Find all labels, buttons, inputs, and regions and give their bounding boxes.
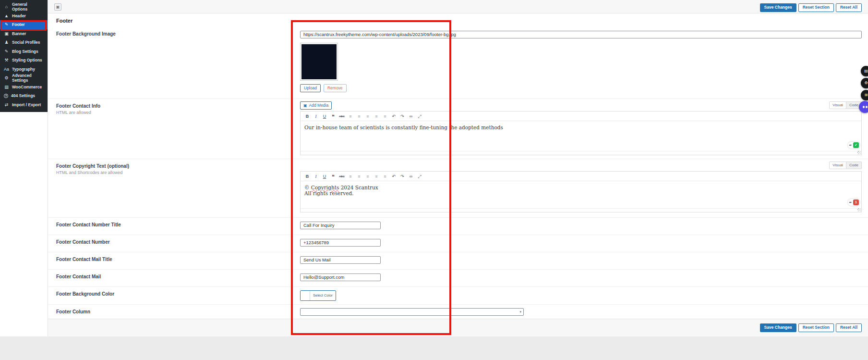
link-icon[interactable]: ∞ <box>407 112 415 121</box>
numbered-list-icon[interactable]: ≡ <box>355 112 363 121</box>
row-footer-copyright-text: Footer Copyright Text (optional) HTML an… <box>48 159 868 218</box>
background-image-preview <box>300 43 338 81</box>
add-media-label: Add Media <box>309 103 329 108</box>
add-media-button[interactable]: ▣ Add Media <box>300 101 332 110</box>
sidebar-item-advanced-settings[interactable]: ⚙ Advanced Settings <box>0 74 48 83</box>
floating-widget-document[interactable]: ▤ <box>861 66 868 76</box>
reset-section-button[interactable]: Reset Section <box>798 3 834 12</box>
underline-icon[interactable]: U <box>321 172 328 181</box>
footer-column-select[interactable]: ▾ <box>300 308 524 316</box>
undo-icon[interactable]: ↶ <box>390 112 398 121</box>
link-icon[interactable]: ∞ <box>407 172 415 181</box>
redo-icon[interactable]: ↷ <box>398 112 406 121</box>
italic-icon[interactable]: I <box>312 112 320 121</box>
fullscreen-icon[interactable]: ⤢ <box>416 112 423 121</box>
sidebar-item-social-profiles[interactable]: ♟ Social Profiles <box>0 38 48 47</box>
tab-visual[interactable]: Visual <box>829 161 846 169</box>
save-changes-button[interactable]: Save Changes <box>760 3 796 12</box>
page-title: Footer <box>56 18 868 24</box>
resize-handle[interactable] <box>857 208 861 211</box>
save-changes-button[interactable]: Save Changes <box>760 323 796 332</box>
bold-icon[interactable]: B <box>303 112 311 121</box>
align-right-icon[interactable]: ≡ <box>381 172 389 181</box>
color-swatch <box>301 291 310 300</box>
sidebar-item-label: Footer <box>12 22 24 27</box>
editor-body[interactable]: Our in-house team of scientists is const… <box>301 121 861 151</box>
upload-button[interactable]: Upload <box>300 84 321 93</box>
contact-mail-input[interactable] <box>300 273 381 281</box>
bold-icon[interactable]: B <box>303 172 311 181</box>
select-color-button[interactable]: Select Color <box>300 290 336 301</box>
sidebar-item-404-settings[interactable]: ? 404 Settings <box>0 91 48 100</box>
sidebar-item-footer[interactable]: ✎ Footer <box>0 20 48 29</box>
misspelled-word: Copyrights <box>311 185 339 190</box>
writing-assistant-widget[interactable]: ✒ ✓ <box>848 142 860 149</box>
tools-icon: ⚒ <box>4 58 9 62</box>
strikethrough-icon[interactable]: ABC <box>338 112 346 121</box>
field-label: Footer Background Color <box>56 291 300 297</box>
bullet-list-icon[interactable]: ≡ <box>347 112 354 121</box>
fullscreen-icon[interactable]: ⤢ <box>416 172 423 181</box>
sidebar-item-typography[interactable]: Aa Typography <box>0 65 48 74</box>
sidebar-item-general-options[interactable]: ⌂ General Options <box>0 2 48 12</box>
resize-handle[interactable] <box>857 151 861 154</box>
sidebar-item-import-export[interactable]: ⇄ Import / Export <box>0 100 48 110</box>
editor-statusbar <box>301 151 861 155</box>
floating-widget-grid[interactable]: ⊞ <box>861 90 868 100</box>
reset-all-button[interactable]: Reset All <box>836 3 862 12</box>
bullet-list-icon[interactable]: ≡ <box>347 172 354 181</box>
contact-number-input[interactable] <box>300 239 381 247</box>
top-toolbar: ▣ Save Changes Reset Section Reset All <box>48 0 868 13</box>
contact-number-title-input[interactable] <box>300 222 381 229</box>
numbered-list-icon[interactable]: ≡ <box>355 172 363 181</box>
sidebar-item-label: Banner <box>12 31 26 36</box>
sidebar-item-styling-options[interactable]: ⚒ Styling Options <box>0 56 48 65</box>
sidebar-item-header[interactable]: ▲ Header <box>0 12 48 21</box>
strikethrough-icon[interactable]: ABC <box>338 172 346 181</box>
align-left-icon[interactable]: ≡ <box>364 172 372 181</box>
sidebar-item-woocommerce[interactable]: ▤ WooCommerce <box>0 83 48 92</box>
field-label: Footer Contact Mail <box>56 274 300 279</box>
row-footer-background-color: Footer Background Color Select Color <box>48 287 868 305</box>
sidebar-item-label: General Options <box>12 2 44 12</box>
contact-mail-title-input[interactable] <box>300 256 381 264</box>
tab-code[interactable]: Code <box>846 161 862 169</box>
align-center-icon[interactable]: ≡ <box>373 112 380 121</box>
copyright-editor: B I U ❝ ABC ≡ ≡ ≡ ≡ ≡ ↶ ↷ ∞ <box>300 171 862 212</box>
editor-body[interactable]: © Copyrights 2024 Scantrux All rights re… <box>301 181 861 208</box>
row-footer-background-image: Footer Background Image Upload Remove <box>48 27 868 99</box>
field-label: Footer Column <box>56 309 300 314</box>
background-image-url-input[interactable] <box>300 31 862 38</box>
sidebar-item-label: Styling Options <box>12 58 42 62</box>
sidebar-item-label: Typography <box>12 67 35 72</box>
underline-icon[interactable]: U <box>321 112 328 121</box>
redo-icon[interactable]: ↷ <box>398 172 406 181</box>
reset-section-button[interactable]: Reset Section <box>798 323 834 332</box>
editor-mode-tabs: Visual Code <box>829 101 862 109</box>
floating-widget-mascot[interactable] <box>859 101 868 113</box>
sidebar-item-label: Social Profiles <box>12 40 40 45</box>
blockquote-icon[interactable]: ❝ <box>329 112 337 121</box>
background-image-thumbnail <box>301 44 337 79</box>
tab-visual[interactable]: Visual <box>829 101 846 109</box>
sidebar-item-blog-settings[interactable]: ✎ Blog Settings <box>0 47 48 56</box>
align-center-icon[interactable]: ≡ <box>373 172 380 181</box>
undo-icon[interactable]: ↶ <box>390 172 398 181</box>
gears-icon: ⚙ <box>4 75 9 80</box>
align-left-icon[interactable]: ≡ <box>364 112 372 121</box>
document-icon: ▤ <box>864 69 868 73</box>
floating-widget-settings[interactable]: ⚙ <box>861 78 868 88</box>
panel-toggle-button[interactable]: ▣ <box>54 3 61 11</box>
reset-all-button[interactable]: Reset All <box>836 323 862 332</box>
align-right-icon[interactable]: ≡ <box>381 112 389 121</box>
blockquote-icon[interactable]: ❝ <box>329 172 337 181</box>
copyright-line-1: © Copyrights 2024 Scantrux <box>304 185 857 190</box>
writing-assistant-widget[interactable]: ✒ 1 <box>848 199 860 206</box>
remove-button[interactable]: Remove <box>324 84 347 93</box>
options-sidebar: ⌂ General Options ▲ Header ✎ Footer ▣ Ba… <box>0 0 48 336</box>
sidebar-item-label: WooCommerce <box>12 85 42 89</box>
sidebar-item-banner[interactable]: ▣ Banner <box>0 29 48 38</box>
italic-icon[interactable]: I <box>312 172 320 181</box>
mascot-eye-right <box>866 106 868 108</box>
row-footer-contact-info: Footer Contact Info HTML are allowed ▣ A… <box>48 99 868 159</box>
